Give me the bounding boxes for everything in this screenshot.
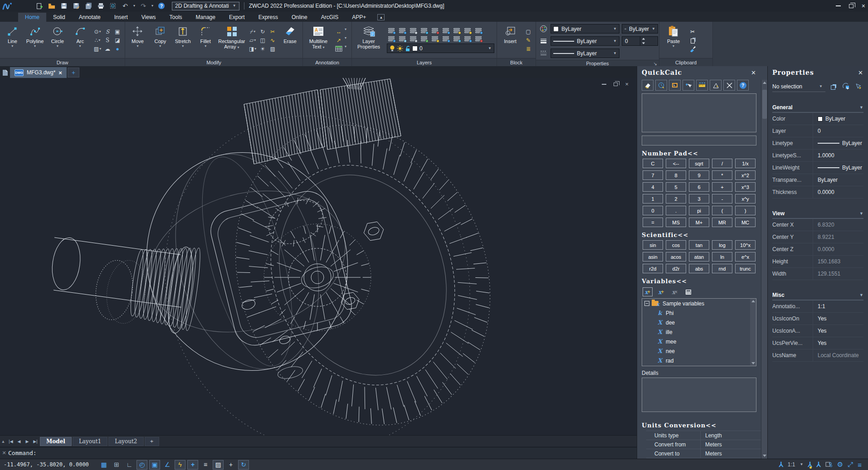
copy-button[interactable]: Copy▾ bbox=[150, 23, 171, 57]
prev-layout-icon[interactable]: ◀ bbox=[15, 439, 23, 444]
center-mark-icon[interactable]: ⊙▾ bbox=[93, 28, 102, 35]
ribbon-tab-solid[interactable]: Solid bbox=[46, 13, 72, 22]
mirror-icon[interactable]: ◨▾ bbox=[249, 45, 257, 53]
layer-properties-button[interactable]: Layer Properties bbox=[354, 23, 383, 57]
help-icon[interactable]: ? bbox=[157, 2, 166, 10]
spline-cv-icon[interactable]: S bbox=[103, 36, 112, 44]
numpad-key[interactable]: x^y bbox=[735, 194, 756, 204]
explode-icon[interactable]: ☀ bbox=[258, 45, 267, 53]
collapse-node-icon[interactable] bbox=[644, 301, 649, 306]
tab-layout2[interactable]: Layout2 bbox=[108, 437, 143, 446]
layer-dropdown[interactable]: 0 ▼ bbox=[387, 44, 494, 53]
menu-icon[interactable]: ≡ bbox=[858, 461, 862, 469]
polyline-button[interactable]: Polyline▾ bbox=[25, 23, 45, 57]
property-row[interactable]: LineWeightByLayer bbox=[772, 162, 863, 174]
ortho-mode-icon[interactable]: ∟ bbox=[124, 460, 135, 470]
close-command-icon[interactable]: ✕ bbox=[0, 450, 8, 456]
dimension-icon[interactable]: ↔ bbox=[335, 28, 343, 35]
numpad-key[interactable]: - bbox=[712, 194, 732, 204]
numpad-key[interactable]: <-- bbox=[666, 159, 686, 168]
ribbon-tab-express[interactable]: Express bbox=[252, 13, 285, 22]
fillet-button[interactable]: Fillet▾ bbox=[195, 23, 216, 57]
clear-icon[interactable] bbox=[642, 80, 653, 91]
selection-cycling-icon[interactable]: ↻ bbox=[238, 460, 249, 470]
block-attributes-icon[interactable]: ≣ bbox=[524, 45, 532, 53]
numpad-key[interactable]: . bbox=[666, 206, 686, 215]
layer-vp-freeze-icon[interactable] bbox=[441, 35, 450, 43]
numpad-key[interactable]: 0 bbox=[643, 206, 663, 215]
tab-layout1[interactable]: Layout1 bbox=[73, 437, 107, 446]
layer-freeze-icon[interactable] bbox=[409, 27, 418, 34]
property-row[interactable]: Annotatio...1:1 bbox=[772, 300, 863, 313]
annotation-visibility-icon[interactable]: ⅄ bbox=[808, 460, 812, 470]
variables-header[interactable]: Variables<< bbox=[642, 278, 756, 285]
format-painter-icon[interactable] bbox=[688, 45, 697, 53]
ribbon-tab-app[interactable]: APP+ bbox=[345, 13, 373, 22]
restore-icon[interactable] bbox=[614, 82, 618, 86]
ribbon-tab-manage[interactable]: Manage bbox=[189, 13, 222, 22]
variable-item[interactable]: Xdee bbox=[642, 318, 756, 327]
numpad-key[interactable]: 3 bbox=[689, 194, 709, 204]
layer-on-icon[interactable] bbox=[398, 27, 407, 34]
undo-dropdown-icon[interactable]: ▾ bbox=[133, 4, 135, 8]
table-icon[interactable] bbox=[335, 45, 343, 53]
measure-distance-icon[interactable] bbox=[696, 80, 708, 91]
tree-root-row[interactable]: Sample variables bbox=[642, 299, 756, 308]
layer-lock-icon[interactable] bbox=[430, 27, 439, 34]
isolate-objects-icon[interactable] bbox=[825, 461, 833, 468]
edit-hatch-icon[interactable]: ▨ bbox=[268, 45, 277, 53]
edit-polyline-icon[interactable]: ∿ bbox=[268, 36, 277, 44]
offset-icon[interactable]: ◫ bbox=[258, 36, 267, 44]
sci-key[interactable]: atan bbox=[689, 252, 709, 262]
layer-unlock-icon[interactable] bbox=[441, 27, 450, 34]
new-file-icon[interactable] bbox=[35, 2, 44, 10]
ribbon-tab-export[interactable]: Export bbox=[222, 13, 252, 22]
arc-button[interactable]: Arc▾ bbox=[70, 23, 90, 57]
intersection-icon[interactable] bbox=[723, 80, 735, 91]
open-folder-icon[interactable] bbox=[48, 2, 56, 10]
layer-delete-icon[interactable] bbox=[419, 35, 429, 43]
variable-item[interactable]: Xmee bbox=[642, 337, 756, 346]
property-row[interactable]: LinetypeByLayer bbox=[772, 137, 863, 150]
selection-dropdown[interactable]: No selection ▼ bbox=[772, 81, 825, 92]
layer-previous-icon[interactable] bbox=[474, 27, 483, 34]
sci-key[interactable]: log bbox=[712, 240, 732, 250]
variable-item[interactable]: Xvee bbox=[642, 365, 756, 366]
close-tab-icon[interactable]: × bbox=[59, 69, 62, 76]
workspace-dropdown[interactable]: 2D Drafting & Annotati ▼ bbox=[172, 2, 239, 10]
close-icon[interactable]: ✕ bbox=[751, 69, 756, 76]
close-icon[interactable]: ✕ bbox=[858, 69, 863, 76]
layer-current-icon[interactable] bbox=[452, 27, 461, 34]
scale-icon[interactable]: ▱▾ bbox=[249, 36, 257, 44]
transparency-icon[interactable]: ▨ bbox=[213, 460, 224, 470]
units-row[interactable]: Units typeLength bbox=[646, 431, 761, 440]
numpad-key[interactable]: MR bbox=[712, 218, 732, 227]
numpad-key[interactable]: 4 bbox=[643, 182, 663, 192]
numpad-key[interactable]: 1 bbox=[643, 194, 663, 204]
sci-key[interactable]: d2r bbox=[666, 264, 686, 273]
paste-to-command-icon[interactable] bbox=[669, 80, 681, 91]
ribbon-tab-insert[interactable]: Insert bbox=[107, 13, 135, 22]
units-row[interactable]: Convert toMeters bbox=[646, 449, 761, 458]
multiline-text-button[interactable]: A Multiline Text ▾ bbox=[305, 23, 332, 57]
numpad-key[interactable]: ) bbox=[735, 206, 756, 215]
numpad-key[interactable]: 2 bbox=[666, 194, 686, 204]
chevron-down-icon[interactable]: ▾ bbox=[205, 44, 206, 48]
chevron-down-icon[interactable]: ▾ bbox=[57, 44, 59, 48]
layer-match-icon[interactable] bbox=[463, 27, 472, 34]
scientific-header[interactable]: Scientific<< bbox=[642, 232, 756, 238]
numpad-key[interactable]: x^2 bbox=[735, 170, 756, 180]
redo-icon[interactable]: ↷ bbox=[139, 2, 147, 10]
sci-key[interactable]: abs bbox=[689, 264, 709, 273]
save-as-icon[interactable] bbox=[72, 2, 80, 10]
new-tab-button[interactable]: ＋ bbox=[68, 68, 79, 78]
polar-tracking-icon[interactable]: ◴ bbox=[137, 460, 147, 470]
object-snap-icon[interactable]: ▣ bbox=[149, 460, 160, 470]
history-box[interactable] bbox=[642, 93, 756, 132]
add-layout-button[interactable]: ＋ bbox=[145, 437, 159, 446]
layer-merge-icon[interactable] bbox=[409, 35, 418, 43]
annotation-scale-icon[interactable]: ⅄ bbox=[779, 460, 783, 469]
sci-key[interactable]: r2d bbox=[643, 264, 663, 273]
numpad-key[interactable]: pi bbox=[689, 206, 709, 215]
toggle-pickadd-icon[interactable] bbox=[853, 82, 863, 91]
